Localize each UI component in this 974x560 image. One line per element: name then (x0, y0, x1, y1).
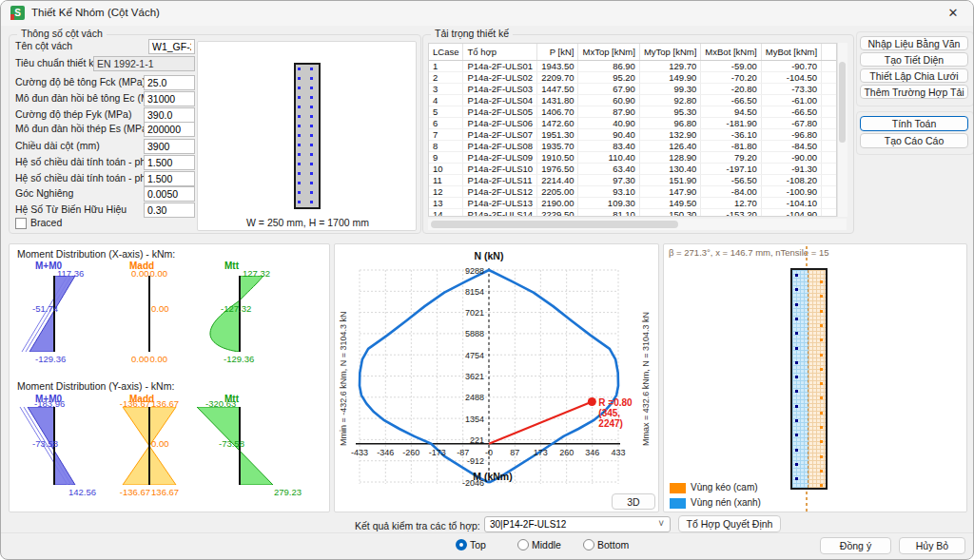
table-cell: 1472.60 (537, 118, 578, 129)
table-row[interactable]: 5P14a-2F-ULS051406.7087.9095.3094.50-66.… (429, 106, 837, 118)
radio-bottom[interactable] (583, 539, 594, 550)
column-header[interactable]: Tổ hợp (463, 44, 537, 61)
table-row[interactable]: 10P14a-2F-ULS101976.5063.40130.40-197.10… (429, 164, 837, 175)
column-header[interactable]: LCase (429, 44, 463, 61)
tension-zone (808, 270, 826, 488)
3d-view-button[interactable]: 3D (612, 493, 655, 510)
table-row[interactable]: 12P14a-2F-ULS122205.0093.10147.90-84.00-… (429, 186, 837, 198)
param-input[interactable] (144, 139, 195, 154)
table-row[interactable]: 9P14a-2F-ULS091910.50110.40128.9079.20-9… (429, 152, 837, 164)
table-cell: 60.90 (578, 95, 639, 106)
action-button-1[interactable]: Nhập Liệu Bằng Văn Bản (860, 36, 968, 50)
rebar-dot (820, 455, 823, 458)
param-input[interactable] (148, 39, 195, 54)
table-row[interactable]: 6P14a-2F-ULS061472.6040.9096.80-181.90-6… (429, 118, 837, 129)
table-cell: 0. (822, 72, 837, 84)
column-header[interactable]: MyBot [kNm] (761, 44, 821, 61)
zone-boundary-line (808, 270, 808, 488)
radio-top[interactable] (456, 539, 467, 550)
table-cell: -81.80 (701, 141, 761, 152)
table-row[interactable]: 3P14a-2F-ULS031447.5067.9099.30-20.80-73… (429, 84, 837, 95)
table-cell: 2209.70 (537, 72, 578, 84)
table-cell: 90.40 (578, 129, 639, 141)
moment-x-madd-bottom: 0.000.00 (106, 354, 193, 364)
param-label: Mô đun đàn hồi thép Es (MPa) (15, 123, 150, 134)
table-row[interactable]: 2P14a-2F-ULS022209.7095.20149.90-70.20-1… (429, 72, 837, 84)
param-input[interactable] (144, 122, 195, 137)
moment-y-m0-bottom: 142.56 (68, 487, 96, 497)
table-row[interactable]: 4P14a-2F-ULS041431.8060.9092.80-66.50-61… (429, 95, 837, 106)
svg-text:-87: -87 (457, 448, 469, 457)
column-header[interactable]: P [kN] (537, 44, 578, 61)
table-cell: 12 (429, 186, 463, 198)
param-input[interactable] (144, 107, 195, 123)
action-button-2[interactable]: Tạo Tiết Diện (860, 52, 968, 67)
table-cell: 0. (822, 106, 837, 118)
param-input[interactable] (144, 75, 195, 90)
rebar-dot (298, 115, 301, 118)
table-vertical-scrollbar[interactable] (837, 43, 847, 217)
column-header[interactable]: MyTop [kNm] (639, 44, 700, 61)
table-cell: 1951.30 (537, 129, 578, 141)
table-row[interactable]: 14P14a-2F-ULS142229.5081.10150.30-153.20… (429, 209, 837, 218)
cancel-button[interactable]: Hủy Bỏ (899, 537, 965, 554)
column-header[interactable]: Tỷ (822, 44, 837, 61)
svg-text:7021: 7021 (465, 308, 484, 318)
footer-divider (1, 532, 974, 533)
table-cell: 8 (429, 141, 463, 152)
action-button-3[interactable]: Thiết Lập Chia Lưới (860, 68, 968, 83)
table-cell: 97.30 (578, 175, 639, 186)
svg-text:-346: -346 (377, 448, 394, 457)
chevron-down-icon: ˅ (658, 518, 664, 529)
decisive-combination-button[interactable]: Tổ Hợp Quyết Định (678, 515, 781, 532)
calculate-button[interactable]: Tính Toán (860, 116, 968, 131)
param-input[interactable] (144, 91, 195, 106)
svg-text:N (kN): N (kN) (475, 250, 504, 261)
rebar-dot (795, 390, 798, 393)
rebar-dot (795, 318, 798, 320)
param-label: Chiều dài cột (mm) (15, 140, 100, 151)
moment-x-m0-top: 117.36 (57, 268, 84, 279)
param-input[interactable] (144, 171, 195, 186)
table-row[interactable]: 1P14a-2F-ULS011943.5086.90129.70-59.00-9… (429, 61, 837, 72)
table-cell: 0. (822, 141, 837, 152)
ok-button[interactable]: Đồng ý (820, 537, 891, 554)
column-header[interactable]: MxBot [kNm] (701, 44, 761, 61)
table-row[interactable]: 11P14a-2F-ULS112214.4097.30151.90-56.50-… (429, 175, 837, 186)
rebar-dot (310, 153, 313, 156)
svg-text:-912: -912 (467, 456, 484, 466)
radio-middle[interactable] (517, 539, 529, 550)
table-row[interactable]: 13P14a-2F-ULS132190.00109.30149.5012.70-… (429, 198, 837, 209)
horizontal-scroll-thumb[interactable] (431, 221, 678, 228)
column-header[interactable]: MxTop [kNm] (578, 44, 639, 61)
table-cell: 2229.50 (537, 209, 578, 218)
close-icon[interactable]: ✕ (945, 5, 962, 22)
table-cell: -20.80 (701, 84, 761, 95)
table-cell: -153.20 (701, 209, 761, 218)
param-input[interactable] (144, 203, 195, 218)
action-button-4[interactable]: Thêm Trường Hợp Tải (860, 85, 968, 99)
braced-checkbox[interactable] (15, 218, 27, 229)
create-report-button[interactable]: Tạo Cáo Cáo (860, 133, 968, 148)
table-horizontal-scrollbar[interactable] (428, 219, 847, 230)
param-input[interactable] (144, 186, 195, 202)
table-cell: 95.30 (639, 106, 700, 118)
param-input[interactable] (93, 56, 195, 71)
combination-dropdown[interactable]: 30|P14-2F-ULS12 ˅ (484, 516, 671, 532)
table-cell: P14a-2F-ULS14 (463, 209, 537, 218)
table-cell: 0. (822, 186, 837, 198)
param-input[interactable] (144, 155, 195, 170)
rebar-dot (820, 280, 823, 283)
moment-x-mtt-top: 127.32 (243, 268, 270, 279)
table-cell: 126.40 (639, 141, 700, 152)
column-section-outline (294, 63, 321, 209)
vertical-scroll-thumb[interactable] (839, 62, 846, 143)
rebar-dot (820, 310, 823, 313)
table-row[interactable]: 7P14a-2F-ULS071951.3090.40132.90-36.10-9… (429, 129, 837, 141)
rebar-dot (310, 172, 313, 175)
table-row[interactable]: 8P14a-2F-ULS081935.7083.40126.40-81.80-8… (429, 141, 837, 152)
moment-distribution-panel: Moment Distribution (X-axis) - kNm: M+M0… (9, 243, 330, 512)
compression-legend-label: Vùng nén (xanh) (691, 497, 761, 508)
params-group-title: Thông số cột vách (17, 28, 107, 39)
rebar-dot (298, 106, 301, 108)
